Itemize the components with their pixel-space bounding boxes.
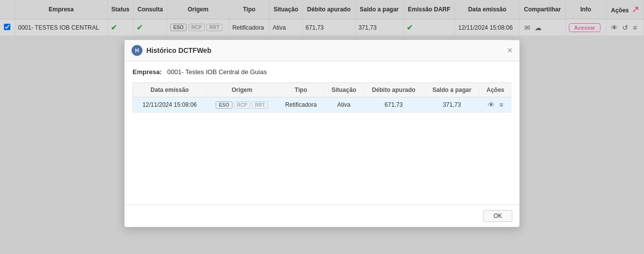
modal-close-button[interactable]: ×: [507, 46, 512, 55]
modal-header: H Histórico DCTFWeb ×: [125, 40, 519, 61]
inner-menu-icon-button[interactable]: ≡: [498, 101, 505, 109]
modal-body: Empresa: 0001- Testes IOB Central de Gui…: [125, 61, 519, 205]
modal-overlay: H Histórico DCTFWeb × Empresa: 0001- Tes…: [0, 0, 644, 254]
inner-badge-rrt: RRT: [252, 101, 268, 109]
modal-footer: OK: [125, 205, 519, 227]
empresa-label: Empresa:: [133, 68, 162, 76]
inner-col-acoes: Ações: [480, 83, 511, 97]
modal-icon: H: [132, 45, 142, 56]
inner-row-debito: 671,73: [363, 97, 424, 113]
inner-col-debito: Débito apurado: [363, 83, 424, 97]
inner-row-acoes: 👁 ≡: [480, 97, 511, 113]
inner-row-origem: ESO RCP RRT: [206, 97, 277, 113]
empresa-value: 0001- Testes IOB Central de Guias: [167, 68, 267, 76]
inner-badge-rcp: RCP: [234, 101, 250, 109]
inner-col-situacao: Situação: [324, 83, 364, 97]
inner-row-saldo: 371,73: [424, 97, 479, 113]
inner-row-tipo: Retificadora: [277, 97, 324, 113]
inner-row-data: 12/11/2024 15:08:06: [133, 97, 207, 113]
modal-title: Histórico DCTFWeb: [146, 46, 507, 54]
inner-row-situacao: Ativa: [324, 97, 364, 113]
inner-col-origem: Origem: [206, 83, 277, 97]
ok-button[interactable]: OK: [483, 210, 512, 222]
inner-view-icon-button[interactable]: 👁: [486, 101, 496, 109]
inner-badge-eso: ESO: [216, 101, 232, 109]
historico-modal: H Histórico DCTFWeb × Empresa: 0001- Tes…: [124, 40, 520, 227]
inner-table-row: 12/11/2024 15:08:06 ESO RCP RRT Retifica…: [133, 97, 511, 113]
inner-col-data: Data emissão: [133, 83, 207, 97]
empresa-line: Empresa: 0001- Testes IOB Central de Gui…: [133, 68, 511, 76]
inner-col-saldo: Saldo a pagar: [424, 83, 479, 97]
inner-col-tipo: Tipo: [277, 83, 324, 97]
inner-table: Data emissão Origem Tipo Situação Débito…: [133, 83, 511, 113]
